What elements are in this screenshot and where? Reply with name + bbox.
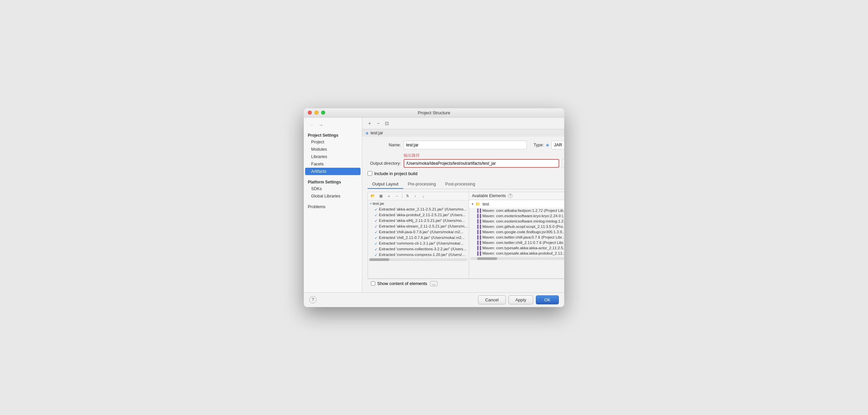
right-item-2[interactable]: ▐▐ Maven: com.esotericsoftware.minlog:mi…	[469, 218, 564, 224]
tree-item-2[interactable]: ↙ Extracted 'akka-slf4j_2.11-2.5.21.jar/…	[368, 218, 469, 224]
maven-icon-8: ▐▐	[476, 251, 481, 255]
add-artifact-button[interactable]: +	[366, 120, 374, 127]
tree-item-3[interactable]: ↙ Extracted 'akka-stream_2.11-2.5.21.jar…	[368, 224, 469, 229]
tree-lib-icon-6: ↙	[375, 241, 378, 245]
jar-icon: ◈	[366, 131, 369, 135]
right-item-6[interactable]: ▐▐ Maven: com.twitter:chill_2.11:0.7.6 (…	[469, 240, 564, 245]
right-item-label-6: Maven: com.twitter:chill_2.11:0.7.6 (Pro…	[483, 241, 564, 245]
maven-icon-0: ▐▐	[476, 208, 481, 212]
right-item-3[interactable]: ▐▐ Maven: com.github.scopt:scopt_2.11:3.…	[469, 224, 564, 229]
artifact-list-item[interactable]: ◈ test:jar	[362, 129, 564, 137]
right-item-label-8: Maven: com.typesafe.akka:akka-protobuf_2…	[483, 251, 564, 255]
bottom-bar: Show content of elements ...	[368, 279, 564, 288]
tree-lib-icon-5: ↙	[375, 236, 378, 240]
tree-item-label-7: Extracted 'commons-collections-3.2.2.jar…	[379, 247, 466, 251]
maven-icon-3: ▐▐	[476, 225, 481, 229]
left-pane-folder-btn[interactable]: 📂	[369, 193, 377, 200]
annotation-label: 输出路径	[404, 153, 420, 158]
type-select[interactable]: JAR	[551, 141, 564, 149]
show-content-checkbox[interactable]	[371, 281, 375, 286]
right-pane: Available Elements ? ▾ 📁 test ▐▐ M	[469, 192, 564, 278]
maven-icon-4: ▐▐	[476, 230, 481, 234]
available-elements-help-icon[interactable]: ?	[508, 194, 513, 198]
project-settings-title: Project Settings	[304, 131, 362, 138]
show-content-row: Show content of elements	[371, 281, 427, 286]
tab-pre-processing[interactable]: Pre-processing	[403, 180, 441, 189]
browse-folder-button[interactable]: 📁	[562, 159, 564, 168]
right-pane-root-label: test	[483, 202, 489, 207]
tree-item-6[interactable]: ↙ Extracted 'commons-cli-1.3.1.jar/' (/U…	[368, 241, 469, 246]
output-dir-input[interactable]: /Users/moka/IdeaProjects/test/out/artifa…	[404, 159, 559, 168]
back-arrow[interactable]: ←	[308, 122, 315, 128]
right-item-0[interactable]: ▐▐ Maven: com.alibaba:fastjson:1.2.72 (P…	[469, 208, 564, 213]
name-input[interactable]: test:jar	[404, 141, 527, 149]
remove-artifact-button[interactable]: −	[374, 120, 382, 127]
cancel-button[interactable]: Cancel	[478, 295, 505, 304]
sidebar-item-project[interactable]: Project	[304, 138, 362, 146]
sidebar-item-modules[interactable]: Modules	[304, 146, 362, 153]
left-pane-sort-btn[interactable]: ⇅	[404, 193, 411, 200]
right-pane-scrollbar[interactable]	[470, 257, 564, 260]
maximize-button[interactable]	[321, 111, 325, 115]
ellipsis-button[interactable]: ...	[430, 281, 438, 286]
right-item-7[interactable]: ▐▐ Maven: com.typesafe.akka:akka-actor_2…	[469, 245, 564, 250]
project-structure-window: Project Structure ← → Project Settings P…	[304, 108, 564, 307]
left-pane-scrollbar[interactable]	[369, 258, 467, 261]
sidebar-item-problems[interactable]: Problems	[304, 203, 362, 210]
artifact-item-label: test:jar	[371, 131, 383, 135]
tab-output-layout[interactable]: Output Layout	[368, 180, 403, 189]
tree-item-label-2: Extracted 'akka-slf4j_2.11-2.5.21.jar/' …	[379, 218, 465, 223]
left-pane-add-btn[interactable]: +	[385, 193, 393, 200]
copy-artifact-button[interactable]: ⊡	[383, 120, 391, 127]
tree-item-8[interactable]: ↙ Extracted 'commons-compress-1.20.jar/'…	[368, 252, 469, 258]
tree-lib-icon-3: ↙	[375, 224, 378, 229]
sidebar-item-libraries[interactable]: Libraries	[304, 153, 362, 160]
left-pane-up-btn[interactable]: ↑	[412, 193, 419, 200]
left-pane-remove-btn[interactable]: −	[393, 193, 401, 200]
footer-buttons: Cancel Apply OK	[478, 295, 559, 304]
tree-item-4[interactable]: ↙ Extracted 'chill-java-0.7.6.jar/' (/Us…	[368, 229, 469, 235]
window-body: ← → Project Settings Project Modules Lib…	[304, 118, 564, 292]
ok-button[interactable]: OK	[536, 295, 559, 304]
tree-item-0[interactable]: ↙ Extracted 'akka-actor_2.11-2.5.21.jar/…	[368, 207, 469, 212]
forward-arrow[interactable]: →	[317, 122, 324, 128]
tree-item-label-8: Extracted 'commons-compress-1.20.jar/' (…	[379, 253, 465, 257]
right-pane-root-item[interactable]: ▾ 📁 test	[469, 201, 564, 208]
artifacts-toolbar: + − ⊡	[362, 118, 564, 129]
name-label: Name:	[368, 143, 401, 147]
tree-item-label-6: Extracted 'commons-cli-1.3.1.jar/' (/Use…	[379, 241, 464, 245]
tree-item-label-1: Extracted 'akka-protobuf_2.11-2.5.21.jar…	[379, 213, 466, 217]
sidebar-item-artifacts[interactable]: Artifacts	[305, 168, 361, 175]
type-icon: ◈	[546, 142, 549, 147]
right-item-label-4: Maven: com.google.code.findbugs:jsr305:1…	[483, 230, 564, 234]
tree-item-7[interactable]: ↙ Extracted 'commons-collections-3.2.2.j…	[368, 246, 469, 252]
sidebar-item-sdks[interactable]: SDKs	[304, 185, 362, 192]
help-button[interactable]: ?	[309, 296, 316, 303]
sidebar-item-facets[interactable]: Facets	[304, 160, 362, 168]
apply-button[interactable]: Apply	[508, 295, 533, 304]
tab-post-processing[interactable]: Post-processing	[441, 180, 480, 189]
right-item-8[interactable]: ▐▐ Maven: com.typesafe.akka:akka-protobu…	[469, 250, 564, 256]
available-elements-label: Available Elements	[472, 194, 506, 198]
include-checkbox[interactable]	[368, 171, 372, 176]
show-content-label[interactable]: Show content of elements	[377, 281, 427, 286]
type-select-wrapper: JAR	[551, 141, 564, 149]
minimize-button[interactable]	[314, 111, 318, 115]
right-item-1[interactable]: ▐▐ Maven: com.esotericsoftware.kryo:kryo…	[469, 213, 564, 218]
platform-settings-title: Platform Settings	[304, 178, 362, 185]
tree-item-root[interactable]: ▪ test.jar	[368, 201, 469, 207]
right-item-4[interactable]: ▐▐ Maven: com.google.code.findbugs:jsr30…	[469, 229, 564, 235]
close-button[interactable]	[308, 111, 312, 115]
sidebar-item-global-libraries[interactable]: Global Libraries	[304, 192, 362, 200]
left-pane-grid-btn[interactable]: ▦	[377, 193, 384, 200]
type-label: Type:	[533, 143, 544, 147]
split-pane: 📂 ▦ + − ⇅ ↑ ↓ ▪ test.jar	[368, 192, 564, 279]
include-label[interactable]: Include in project build	[374, 171, 417, 176]
tree-item-5[interactable]: ↙ Extracted 'chill_2.11-0.7.6.jar/' (/Us…	[368, 235, 469, 241]
right-item-5[interactable]: ▐▐ Maven: com.twitter:chill-java:0.7.6 (…	[469, 235, 564, 240]
left-pane-down-btn[interactable]: ↓	[420, 193, 427, 200]
window-controls	[308, 111, 325, 115]
tree-item-1[interactable]: ↙ Extracted 'akka-protobuf_2.11-2.5.21.j…	[368, 212, 469, 218]
include-checkbox-row: Include in project build	[368, 171, 564, 176]
titlebar: Project Structure	[304, 108, 564, 118]
